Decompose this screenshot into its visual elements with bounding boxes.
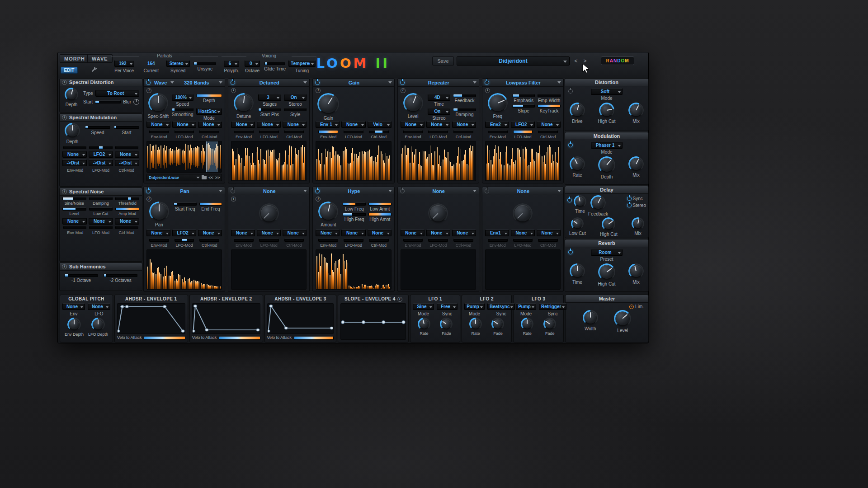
stages-dropdown[interactable]: 3 xyxy=(258,94,281,101)
feedback-slider[interactable] xyxy=(453,94,476,97)
power-icon[interactable] xyxy=(231,189,235,193)
env-mod-amount-slider[interactable] xyxy=(234,130,254,133)
high-cut-knob[interactable] xyxy=(598,263,615,281)
lfo-mod-amount-slider[interactable] xyxy=(89,146,112,149)
env-mod-amount-slider[interactable] xyxy=(63,146,86,149)
env-depth-knob[interactable] xyxy=(67,318,81,331)
start-phase-slider[interactable] xyxy=(258,108,281,111)
ctrl-mod-amount-slider[interactable] xyxy=(115,226,138,229)
ctrl-mod-amount-slider[interactable] xyxy=(369,239,389,242)
save-button[interactable]: Save xyxy=(432,56,454,66)
modulation-mode-dropdown[interactable]: Phaser 1 xyxy=(591,142,623,149)
wrench-icon[interactable] xyxy=(90,66,98,73)
power-icon[interactable] xyxy=(231,80,235,85)
lfo-mod-source-dropdown[interactable]: LFO2 xyxy=(89,151,113,158)
info-icon[interactable] xyxy=(316,88,321,93)
ctrl-mod-source-dropdown[interactable]: None xyxy=(452,121,476,128)
ctrl-mod-source-dropdown[interactable]: Velo xyxy=(368,121,392,128)
tuning-dropdown[interactable]: Tempered xyxy=(288,60,316,67)
ctrl-mod-source-dropdown[interactable]: None xyxy=(452,230,476,236)
amount-knob[interactable] xyxy=(318,202,338,221)
pitch-lfo-dropdown[interactable]: None xyxy=(88,303,110,310)
level-knob[interactable] xyxy=(614,310,631,327)
amp-mod-slider[interactable] xyxy=(115,207,139,211)
stereo-toggle-icon[interactable] xyxy=(627,203,632,207)
distortion-mode-dropdown[interactable]: Soft xyxy=(591,88,623,95)
lfo-mod-source-dropdown[interactable]: None xyxy=(341,230,365,236)
lfo-mod-amount-slider[interactable] xyxy=(344,239,363,242)
info-icon[interactable] xyxy=(485,88,490,93)
high-cut-knob[interactable] xyxy=(599,103,614,118)
sync-toggle-icon[interactable] xyxy=(627,197,632,201)
type-dropdown[interactable]: To Root xyxy=(95,90,139,97)
lfo-mod-dest-dropdown[interactable]: ->Dist xyxy=(89,160,113,166)
threshold-slider[interactable] xyxy=(115,197,139,200)
lfo-rate-knob[interactable] xyxy=(418,318,430,330)
lfo-rate-knob[interactable] xyxy=(521,318,533,330)
envelope-2-graph[interactable] xyxy=(192,303,260,334)
ctrl-mod-amount-slider[interactable] xyxy=(453,130,473,133)
ctrl-mod-source-dropdown[interactable]: None xyxy=(283,230,307,236)
lfo-mod-amount-slider[interactable] xyxy=(344,130,363,133)
per-voice-dropdown[interactable]: 192 xyxy=(114,60,134,67)
ctrl-mod-amount-slider[interactable] xyxy=(538,239,558,242)
polyphony-dropdown[interactable]: 6 xyxy=(224,60,239,67)
high-amnt-slider[interactable] xyxy=(368,213,392,216)
lfo-sync-dropdown[interactable]: Free xyxy=(437,303,458,310)
empty-knob[interactable] xyxy=(259,203,279,223)
envelope-3-graph[interactable] xyxy=(267,303,334,334)
module-type-dropdown[interactable]: None xyxy=(406,188,471,194)
env-mod-amount-slider[interactable] xyxy=(318,130,338,133)
info-icon[interactable] xyxy=(62,189,67,194)
lfo-fade-knob[interactable] xyxy=(440,318,453,330)
sample-file-dropdown[interactable]: Didjeridont.wav xyxy=(149,175,194,180)
info-icon[interactable] xyxy=(231,88,236,93)
module-type-dropdown[interactable]: None xyxy=(491,188,556,194)
cutoff-freq-knob[interactable] xyxy=(488,93,508,113)
env-mod-amount-slider[interactable] xyxy=(318,239,338,242)
info-icon[interactable] xyxy=(146,197,151,202)
lfo-fade-knob[interactable] xyxy=(491,318,504,330)
power-icon[interactable] xyxy=(568,89,573,94)
ctrl-mod-amount-slider[interactable] xyxy=(538,130,558,133)
lfo-mod-source-dropdown[interactable]: None xyxy=(511,230,535,236)
ctrl-mod-source-dropdown[interactable]: None xyxy=(537,230,561,236)
module-type-dropdown[interactable]: Hype xyxy=(321,188,386,194)
power-icon[interactable] xyxy=(567,198,572,202)
lfo-mod-source-dropdown[interactable]: LFO2 xyxy=(511,121,535,128)
level-knob[interactable] xyxy=(403,93,423,113)
lfo-mod-amount-slider[interactable] xyxy=(259,239,279,242)
info-icon[interactable] xyxy=(62,80,67,85)
sub-2-octave-slider[interactable] xyxy=(104,274,137,277)
env-mod-dest-dropdown[interactable]: ->Dist xyxy=(62,160,87,166)
start-slider[interactable] xyxy=(95,100,121,103)
lfo-mod-amount-slider[interactable] xyxy=(513,239,533,242)
env-mod-source-dropdown[interactable]: None xyxy=(62,218,87,225)
sine-noise-slider[interactable] xyxy=(62,197,86,200)
mix-knob[interactable] xyxy=(628,103,644,118)
spectral-distortion-depth-knob[interactable] xyxy=(65,88,78,101)
spectral-modulation-depth-knob[interactable] xyxy=(65,123,80,138)
delay-time-knob[interactable] xyxy=(574,195,586,208)
ctrl-mod-source-dropdown[interactable]: None xyxy=(283,121,307,128)
width-knob[interactable] xyxy=(583,310,598,325)
velo-to-attack-slider[interactable] xyxy=(219,336,260,340)
env-mod-source-dropdown[interactable]: None xyxy=(401,230,425,236)
pan-knob[interactable] xyxy=(149,202,169,221)
next-sample-button[interactable]: >> xyxy=(215,175,220,180)
high-cut-knob[interactable] xyxy=(602,217,615,231)
env-mod-amount-slider[interactable] xyxy=(149,130,169,133)
rate-knob[interactable] xyxy=(570,156,585,172)
end-freq-slider[interactable] xyxy=(199,202,222,206)
lfo-sync-dropdown[interactable]: Beatsync xyxy=(487,303,515,310)
emp-width-slider[interactable] xyxy=(538,94,561,97)
lfo-mod-amount-slider[interactable] xyxy=(428,130,448,133)
velo-to-attack-slider[interactable] xyxy=(144,336,185,340)
ctrl-mod-source-dropdown[interactable]: None xyxy=(115,151,139,158)
lfo-mod-amount-slider[interactable] xyxy=(513,130,533,133)
mix-knob[interactable] xyxy=(628,263,644,279)
high-freq-slider[interactable] xyxy=(343,213,366,216)
noise-damping-slider[interactable] xyxy=(89,197,113,200)
lfo-mode-dropdown[interactable]: Pump xyxy=(516,303,536,310)
env-mod-source-dropdown[interactable]: Env1 xyxy=(485,230,509,236)
